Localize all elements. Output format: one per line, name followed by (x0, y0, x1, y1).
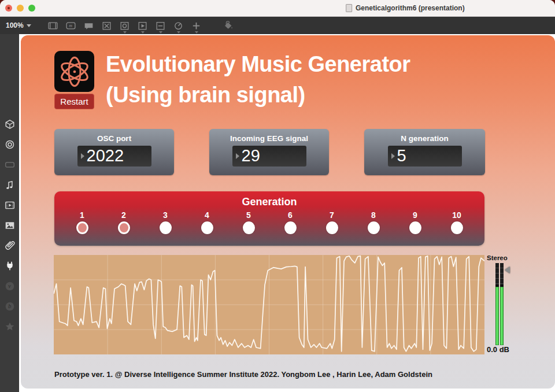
minimize-button[interactable] (17, 5, 24, 12)
chevron-down-icon (159, 31, 162, 34)
svg-text:v: v (8, 283, 11, 289)
generation-radio-2[interactable] (118, 221, 130, 234)
fullscreen-button[interactable] (28, 5, 35, 12)
zoom-level: 100% (6, 21, 24, 29)
svg-text:b: b (8, 303, 11, 309)
chevron-down-icon (123, 31, 127, 34)
gain-slider-handle[interactable] (505, 267, 510, 273)
generation-radio-9[interactable] (409, 221, 421, 234)
generation-item-4: 4 (201, 210, 213, 234)
sidebar-image-icon[interactable] (4, 220, 16, 231)
generation-radio-3[interactable] (160, 221, 172, 234)
osc-port-number-box[interactable]: 2022 (77, 146, 151, 167)
generation-number: 4 (205, 210, 209, 220)
add-object-icon[interactable] (191, 20, 202, 31)
generation-item-9: 9 (409, 210, 421, 234)
toolbar-icons: m (47, 20, 234, 31)
sidebar-plug-icon[interactable] (4, 260, 16, 272)
generation-radio-10[interactable] (451, 221, 463, 234)
drag-triangle-icon (391, 153, 395, 159)
page-title: Evolutionary Music Generator (Using brai… (106, 49, 410, 110)
param-box-eeg-signal: Incoming EEG signal 29 (209, 129, 329, 175)
generation-radio-7[interactable] (326, 221, 338, 234)
page-title-line1: Evolutionary Music Generator (106, 49, 410, 80)
generation-panel: Generation 12345678910 (54, 191, 484, 246)
sidebar-tab-icon[interactable] (4, 159, 16, 171)
patcher-canvas: Restart Evolutionary Music Generator (Us… (19, 34, 555, 392)
app-window: Geneticalgorithm6 (presentation) 100% m … (0, 0, 555, 392)
generation-radio-group: 12345678910 (54, 208, 484, 234)
titlebar: Geneticalgorithm6 (presentation) (0, 0, 555, 17)
zoom-control[interactable]: 100% (0, 21, 37, 29)
waveform-plot (54, 255, 484, 354)
chevron-down-icon (141, 31, 145, 34)
left-sidebar: vb (0, 34, 19, 392)
traffic-lights (5, 5, 35, 12)
meter-bar-left (495, 263, 499, 345)
chevron-down-icon (177, 31, 180, 34)
sidebar-beap-icon[interactable]: b (4, 301, 16, 312)
sidebar-video-icon[interactable] (4, 199, 16, 211)
credits-text: Prototype ver. 1. @ Diverse Intelligence… (54, 370, 432, 379)
sidebar-note-icon[interactable] (4, 179, 16, 191)
generation-item-1: 1 (76, 210, 88, 234)
generation-number: 9 (413, 210, 417, 220)
meter-label: Stereo (487, 254, 508, 261)
restart-button[interactable]: Restart (54, 94, 94, 109)
close-button[interactable] (5, 5, 12, 12)
param-box-n-generation: N generation 5 (364, 129, 485, 175)
drag-triangle-icon (81, 153, 84, 159)
document-icon (346, 4, 352, 12)
n-generation-number-box[interactable]: 5 (388, 146, 462, 167)
generation-number: 7 (330, 210, 334, 220)
sidebar-star-icon[interactable] (4, 321, 16, 332)
sidebar-box-icon[interactable] (4, 119, 16, 130)
generation-item-6: 6 (284, 210, 297, 234)
generation-item-7: 7 (325, 210, 338, 234)
sidebar-vizzie-icon[interactable]: v (4, 280, 16, 292)
page-title-line2: (Using brain signal) (106, 80, 410, 110)
slider-icon[interactable] (155, 20, 166, 31)
chevron-down-icon (195, 31, 198, 34)
generation-number: 1 (80, 210, 84, 220)
toggle-icon[interactable] (101, 20, 113, 31)
sidebar-target-icon[interactable] (4, 139, 16, 150)
generation-item-10: 10 (450, 210, 463, 234)
eeg-waveform[interactable] (54, 255, 484, 354)
number-value: 29 (242, 147, 260, 164)
window-title: Geneticalgorithm6 (presentation) (346, 4, 465, 12)
generation-item-5: 5 (242, 210, 255, 234)
object-box-icon[interactable] (47, 20, 59, 31)
playbar-icon[interactable] (137, 20, 149, 31)
dial-icon[interactable] (173, 20, 184, 31)
comment-icon[interactable] (83, 20, 95, 31)
number-value: 5 (397, 147, 406, 164)
generation-number: 8 (371, 210, 376, 220)
generation-title: Generation (54, 191, 484, 208)
generation-radio-6[interactable] (284, 221, 297, 234)
generation-number: 2 (121, 210, 126, 220)
generation-radio-5[interactable] (243, 221, 255, 234)
param-label: N generation (401, 134, 449, 143)
atom-icon (57, 53, 92, 90)
presentation-panel: Restart Evolutionary Music Generator (Us… (21, 35, 555, 389)
stereo-level-meter[interactable] (495, 263, 504, 345)
generation-number: 3 (163, 210, 168, 220)
generation-item-2: 2 (117, 210, 130, 234)
meter-bar-right (500, 263, 504, 345)
generation-radio-1[interactable] (76, 221, 88, 234)
generation-number: 6 (288, 210, 293, 220)
generation-radio-4[interactable] (201, 221, 213, 234)
button-icon[interactable] (119, 20, 131, 31)
drag-triangle-icon (236, 153, 239, 159)
message-icon[interactable]: m (65, 20, 77, 31)
paint-bucket-icon[interactable] (223, 20, 234, 31)
meter-db-label: 0.0 dB (487, 345, 509, 354)
generation-number: 10 (452, 210, 461, 220)
param-box-osc-port: OSC port 2022 (54, 129, 174, 175)
eeg-signal-number-box[interactable]: 29 (232, 146, 306, 167)
param-label: OSC port (97, 134, 131, 143)
generation-radio-8[interactable] (368, 221, 380, 234)
sidebar-paperclip-icon[interactable] (4, 240, 16, 252)
patcher-toolbar: 100% m (0, 17, 555, 34)
